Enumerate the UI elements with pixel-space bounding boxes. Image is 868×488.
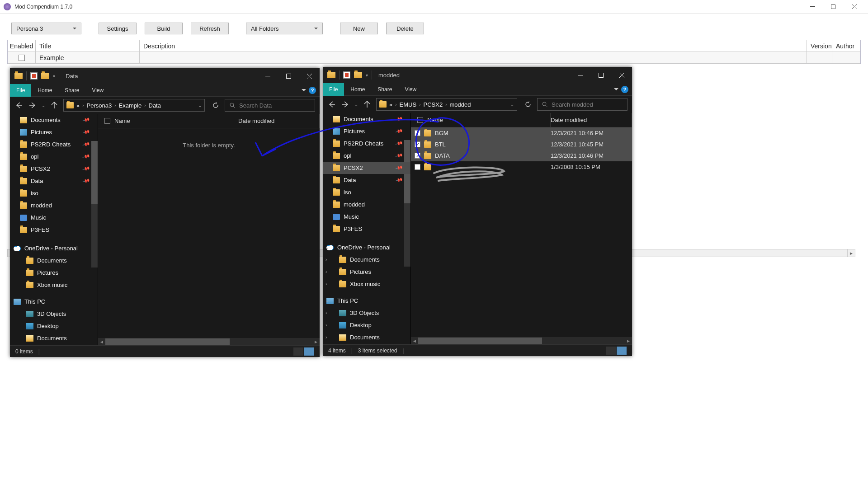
build-button[interactable]: Build <box>145 23 183 34</box>
maximize-button[interactable] <box>823 0 844 14</box>
search-input[interactable]: Search Data <box>225 99 315 112</box>
h-scrollbar[interactable]: ◄► <box>411 337 632 344</box>
nav-item-documents[interactable]: Documents <box>10 332 98 344</box>
chevron-down-icon[interactable]: ⌄ <box>510 102 514 107</box>
chevron-right-icon[interactable]: › <box>326 323 327 328</box>
file-list[interactable]: ✓BGM12/3/2021 10:46 PM✓BTL12/3/2021 10:4… <box>411 127 632 337</box>
refresh-button[interactable]: Refresh <box>191 23 229 34</box>
game-dropdown[interactable]: Persona 3 <box>11 23 81 34</box>
nav-item-pictures[interactable]: Pictures <box>10 267 98 279</box>
nav-item-xbox-music[interactable]: Xbox music <box>10 279 98 291</box>
folders-dropdown[interactable]: All Folders <box>246 23 323 34</box>
refresh-icon[interactable] <box>211 101 220 110</box>
nav-item-iso[interactable]: iso <box>323 186 410 198</box>
col-name[interactable]: Name▴ <box>425 113 551 127</box>
explorer-titlebar[interactable]: ▾ Data <box>10 68 320 84</box>
delete-button[interactable]: Delete <box>386 23 424 34</box>
back-button[interactable] <box>14 101 24 110</box>
h-scrollbar[interactable]: ◄► <box>98 338 320 345</box>
select-all-checkbox[interactable] <box>417 117 423 123</box>
refresh-icon[interactable] <box>524 100 533 109</box>
nav-group-this-pc[interactable]: ⌄This PC <box>323 295 410 307</box>
chevron-down-icon[interactable]: ⌄ <box>326 245 329 250</box>
nav-item-3d-objects[interactable]: 3D Objects <box>10 308 98 320</box>
nav-item-documents[interactable]: Documents📌 <box>323 113 410 125</box>
grid-row[interactable]: Example <box>8 52 860 64</box>
nav-item-pictures[interactable]: Pictures📌 <box>10 126 98 138</box>
file-list[interactable]: This folder is empty. <box>98 128 320 338</box>
file-row[interactable]: ✓DATA12/3/2021 10:46 PM <box>411 150 632 161</box>
search-input[interactable]: Search modded <box>537 98 627 111</box>
nav-item-pcsx2[interactable]: PCSX2📌 <box>10 163 98 175</box>
maximize-button[interactable] <box>590 67 611 83</box>
nav-item-3d-objects[interactable]: ›3D Objects <box>323 307 410 319</box>
up-button[interactable] <box>50 101 59 110</box>
chevron-right-icon[interactable]: › <box>326 269 327 274</box>
file-row[interactable]: ✓BGM12/3/2021 10:46 PM <box>411 127 632 139</box>
view-toggle[interactable] <box>293 347 314 356</box>
nav-item-opl[interactable]: opl📌 <box>323 150 410 162</box>
breadcrumb-bar[interactable]: «› Persona3› Example› Data ⌄ <box>63 99 205 112</box>
col-date[interactable]: Date modified <box>238 114 320 128</box>
nav-item-ps2rd-cheats[interactable]: PS2RD Cheats📌 <box>323 137 410 150</box>
up-button[interactable] <box>363 100 372 109</box>
forward-button[interactable] <box>341 100 350 109</box>
nav-item-documents[interactable]: ›Documents <box>323 331 410 343</box>
chevron-right-icon[interactable]: › <box>326 257 327 262</box>
nav-pane[interactable]: Documents📌Pictures📌PS2RD Cheats📌opl📌PCSX… <box>10 114 98 345</box>
nav-item-opl[interactable]: opl📌 <box>10 150 98 163</box>
help-icon[interactable]: ? <box>309 87 316 94</box>
help-icon[interactable]: ? <box>621 86 628 93</box>
close-button[interactable] <box>611 67 632 83</box>
tab-home[interactable]: Home <box>31 84 58 97</box>
col-description[interactable]: Description <box>140 40 807 52</box>
quick-access-icon[interactable] <box>30 72 38 80</box>
chevron-down-icon[interactable]: ⌄ <box>326 298 329 303</box>
forward-button[interactable] <box>28 101 37 110</box>
nav-item-documents[interactable]: Documents📌 <box>10 114 98 126</box>
tab-file[interactable]: File <box>323 83 344 96</box>
nav-item-iso[interactable]: iso <box>10 187 98 199</box>
col-title[interactable]: Title <box>36 40 140 52</box>
tab-view[interactable]: View <box>398 83 423 96</box>
chevron-down-icon[interactable]: ⌄ <box>198 103 202 108</box>
file-row[interactable]: ✓BTL12/3/2021 10:45 PM <box>411 139 632 150</box>
col-enabled[interactable]: Enabled <box>8 40 36 52</box>
col-name[interactable]: Name▴ <box>113 114 238 128</box>
breadcrumb-bar[interactable]: «› EMUS› PCSX2› modded ⌄ <box>376 98 517 111</box>
nav-item-music[interactable]: Music <box>10 211 98 224</box>
nav-item-p3fes[interactable]: P3FES <box>10 224 98 236</box>
nav-item-p3fes[interactable]: P3FES <box>323 223 410 235</box>
tab-share[interactable]: Share <box>371 83 398 96</box>
chevron-down-icon[interactable]: ▾ <box>366 73 368 78</box>
close-button[interactable] <box>844 0 864 14</box>
minimize-button[interactable] <box>257 68 278 84</box>
nav-item-ps2rd-cheats[interactable]: PS2RD Cheats📌 <box>10 138 98 150</box>
minimize-button[interactable] <box>802 0 823 14</box>
select-all-checkbox[interactable] <box>104 118 110 124</box>
row-checkbox[interactable]: ✓ <box>415 153 420 159</box>
maximize-button[interactable] <box>278 68 299 84</box>
row-checkbox[interactable]: ✓ <box>415 130 420 136</box>
nav-item-desktop[interactable]: Desktop <box>10 320 98 332</box>
nav-item-data[interactable]: Data📌 <box>323 174 410 186</box>
nav-item-modded[interactable]: modded <box>323 198 410 211</box>
nav-item-music[interactable]: Music <box>323 211 410 223</box>
ribbon-collapse-icon[interactable] <box>302 89 306 94</box>
nav-group-this-pc[interactable]: This PC <box>10 296 98 308</box>
close-button[interactable] <box>299 68 320 84</box>
col-author[interactable]: Author <box>832 40 860 52</box>
titlebar-folder-icon-2[interactable] <box>41 73 49 79</box>
nav-pane[interactable]: Documents📌Pictures📌PS2RD Cheats📌opl📌PCSX… <box>323 113 411 344</box>
nav-item-documents[interactable]: ›Documents <box>323 253 410 266</box>
titlebar-folder-icon-2[interactable] <box>354 72 362 78</box>
nav-item-desktop[interactable]: ›Desktop <box>323 319 410 331</box>
history-dropdown-icon[interactable]: ⌄ <box>42 103 45 108</box>
chevron-right-icon[interactable]: › <box>326 335 327 340</box>
quick-access-icon[interactable] <box>343 71 350 79</box>
nav-item-documents[interactable]: Documents <box>10 254 98 267</box>
file-row[interactable]: 1/3/2008 10:15 PM <box>411 161 632 173</box>
col-version[interactable]: Version <box>807 40 832 52</box>
nav-item-pictures[interactable]: Pictures📌 <box>323 125 410 137</box>
ribbon-collapse-icon[interactable] <box>614 88 618 93</box>
